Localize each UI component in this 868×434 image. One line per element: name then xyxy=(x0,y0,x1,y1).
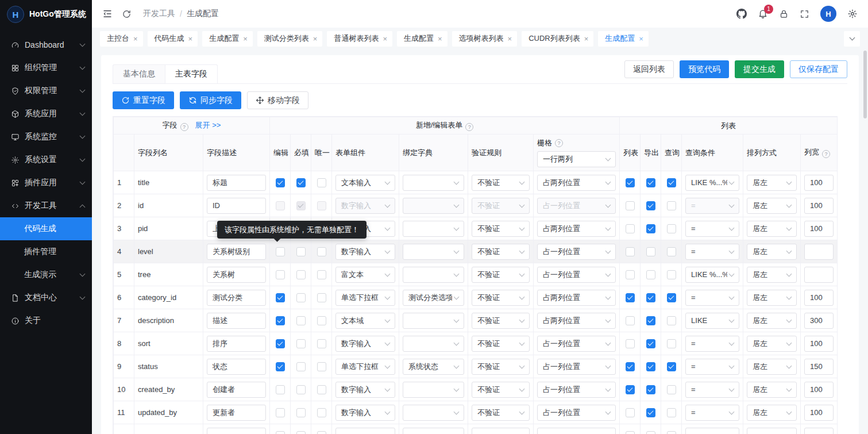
query-checkbox[interactable] xyxy=(667,316,676,325)
dict-select[interactable] xyxy=(403,221,464,237)
export-checkbox[interactable] xyxy=(646,293,655,302)
lock-screen-icon[interactable] xyxy=(779,9,789,19)
field-desc-input[interactable] xyxy=(207,428,266,434)
width-input[interactable] xyxy=(804,428,834,434)
width-input[interactable]: 150 xyxy=(804,359,834,375)
component-select[interactable]: 单选下拉框 xyxy=(335,290,395,306)
help-icon[interactable]: ? xyxy=(555,139,563,147)
grid-default-select[interactable]: 一行两列 xyxy=(537,151,616,167)
component-select[interactable]: 富文本 xyxy=(335,267,395,283)
github-icon[interactable] xyxy=(736,9,747,19)
component-select[interactable] xyxy=(335,428,395,434)
query-checkbox[interactable] xyxy=(667,408,676,417)
query-cond-select[interactable]: = xyxy=(685,359,739,375)
sidebar-item-2[interactable]: 权限管理 xyxy=(0,79,92,102)
grid-select[interactable]: 占两列位置 xyxy=(537,175,616,191)
unique-checkbox[interactable] xyxy=(317,339,326,348)
list-checkbox[interactable] xyxy=(626,362,635,371)
sidebar-item-7[interactable]: 开发工具 xyxy=(0,194,92,217)
query-cond-select[interactable]: = xyxy=(685,221,739,237)
query-cond-select[interactable]: = xyxy=(685,244,739,260)
close-icon[interactable]: × xyxy=(313,35,318,43)
grid-select[interactable] xyxy=(537,428,616,434)
sidebar-item-5[interactable]: 系统设置 xyxy=(0,148,92,171)
required-checkbox[interactable] xyxy=(296,385,306,394)
grid-select[interactable]: 占一列位置 xyxy=(537,382,616,398)
export-checkbox[interactable] xyxy=(646,224,655,233)
sidebar-item-4[interactable]: 系统监控 xyxy=(0,125,92,148)
query-cond-select[interactable]: = xyxy=(685,290,739,306)
edit-checkbox[interactable] xyxy=(276,408,285,417)
field-desc-input[interactable]: 更新者 xyxy=(207,405,266,421)
dict-select[interactable] xyxy=(403,175,464,191)
required-checkbox[interactable] xyxy=(296,247,306,256)
edit-checkbox[interactable] xyxy=(276,201,285,210)
list-checkbox[interactable] xyxy=(626,247,635,256)
field-desc-input[interactable]: 描述 xyxy=(207,313,266,329)
tab-chip-4[interactable]: 普通树表列表× xyxy=(327,31,392,47)
sidebar-item-11[interactable]: 文档中心 xyxy=(0,286,92,309)
sidebar-item-3[interactable]: 系统应用 xyxy=(0,102,92,125)
help-icon[interactable]: ? xyxy=(822,150,830,158)
sort-select[interactable]: 居左 xyxy=(747,382,797,398)
unique-checkbox[interactable] xyxy=(317,431,326,434)
dict-select[interactable] xyxy=(403,198,464,214)
component-select[interactable]: 数字输入 xyxy=(335,336,395,352)
sidebar-item-10[interactable]: 生成演示 xyxy=(0,263,92,286)
component-select[interactable]: 数字输入 xyxy=(335,198,395,214)
sort-select[interactable]: 居左 xyxy=(747,359,797,375)
query-cond-select[interactable]: = xyxy=(685,198,739,214)
component-select[interactable]: 数字输入 xyxy=(335,244,395,260)
edit-checkbox[interactable] xyxy=(276,247,285,256)
width-input[interactable] xyxy=(804,244,834,260)
query-checkbox[interactable] xyxy=(667,201,676,210)
query-checkbox[interactable] xyxy=(667,178,676,187)
query-cond-select[interactable] xyxy=(685,428,739,434)
export-checkbox[interactable] xyxy=(646,178,655,187)
sidebar-item-6[interactable]: 插件应用 xyxy=(0,171,92,194)
grid-select[interactable]: 占两列位置 xyxy=(537,290,616,306)
edit-checkbox[interactable] xyxy=(276,178,285,187)
unique-checkbox[interactable] xyxy=(317,362,326,371)
unique-checkbox[interactable] xyxy=(317,316,326,325)
required-checkbox[interactable] xyxy=(296,178,306,187)
sidebar-item-12[interactable]: 关于 xyxy=(0,309,92,332)
required-checkbox[interactable] xyxy=(296,408,306,417)
rule-select[interactable]: 不验证 xyxy=(472,244,530,260)
field-desc-input[interactable]: 排序 xyxy=(207,336,266,352)
grid-select[interactable]: 占一列位置 xyxy=(537,336,616,352)
field-desc-input[interactable]: 标题 xyxy=(207,175,266,191)
export-checkbox[interactable] xyxy=(646,339,655,348)
notifications-bell-icon[interactable]: 1 xyxy=(758,9,768,19)
component-select[interactable]: 单选下拉框 xyxy=(335,359,395,375)
sort-select[interactable]: 居左 xyxy=(747,221,797,237)
edit-checkbox[interactable] xyxy=(276,385,285,394)
list-checkbox[interactable] xyxy=(626,339,635,348)
required-checkbox[interactable] xyxy=(296,270,306,279)
close-icon[interactable]: × xyxy=(133,35,138,43)
edit-checkbox[interactable] xyxy=(276,270,285,279)
rule-select[interactable] xyxy=(472,428,530,434)
query-cond-select[interactable]: = xyxy=(685,382,739,398)
sort-select[interactable]: 居左 xyxy=(747,244,797,260)
query-checkbox[interactable] xyxy=(667,339,676,348)
sort-select[interactable]: 居左 xyxy=(747,405,797,421)
dict-select[interactable] xyxy=(403,382,464,398)
required-checkbox[interactable] xyxy=(296,293,306,302)
rule-select[interactable]: 不验证 xyxy=(472,336,530,352)
dict-select[interactable]: 测试分类选项 xyxy=(403,290,464,306)
query-cond-select[interactable]: LIKE xyxy=(685,313,739,329)
field-desc-input[interactable]: ID xyxy=(207,198,266,214)
breadcrumb-section[interactable]: 开发工具 xyxy=(143,9,175,19)
field-desc-input[interactable]: 状态 xyxy=(207,359,266,375)
field-desc-input[interactable]: 创建者 xyxy=(207,382,266,398)
rule-select[interactable]: 不验证 xyxy=(472,405,530,421)
query-checkbox[interactable] xyxy=(667,362,676,371)
export-checkbox[interactable] xyxy=(646,431,655,434)
grid-select[interactable]: 占两列位置 xyxy=(537,221,616,237)
back-to-list-button[interactable]: 返回列表 xyxy=(624,60,674,78)
rule-select[interactable]: 不验证 xyxy=(472,221,530,237)
query-cond-select[interactable]: = xyxy=(685,405,739,421)
close-icon[interactable]: × xyxy=(584,35,589,43)
grid-select[interactable]: 占一列位置 xyxy=(537,244,616,260)
